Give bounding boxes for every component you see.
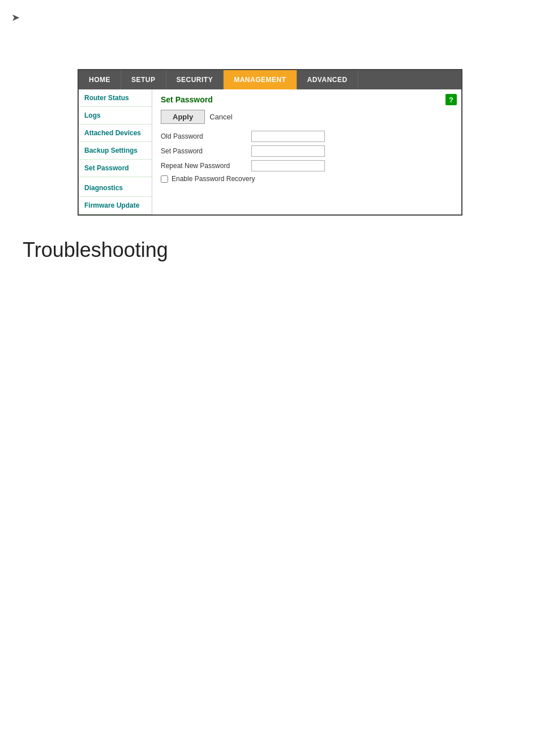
nav-item-setup[interactable]: SETUP	[121, 70, 166, 89]
form-row-old-password: Old Password	[161, 131, 453, 142]
apply-button[interactable]: Apply	[161, 110, 205, 124]
nav-item-security[interactable]: SECURITY	[166, 70, 224, 89]
form-row-repeat-password: Repeat New Password	[161, 160, 453, 171]
sidebar-item-firmware-update[interactable]: Firmware Update	[79, 197, 152, 214]
troubleshooting-heading: Troubleshooting	[23, 238, 529, 262]
form-area: Old Password Set Password Repeat New Pas…	[161, 131, 453, 183]
sidebar-item-diagnostics[interactable]: Diagnostics	[79, 179, 152, 197]
nav-item-home[interactable]: HOME	[79, 70, 121, 89]
cancel-button[interactable]: Cancel	[209, 113, 232, 121]
old-password-input[interactable]	[251, 131, 325, 142]
repeat-password-label: Repeat New Password	[161, 162, 251, 170]
sidebar-item-attached-devices[interactable]: Attached Devices	[79, 124, 152, 142]
sidebar-item-logs[interactable]: Logs	[79, 107, 152, 124]
set-password-label: Set Password	[161, 147, 251, 155]
enable-password-recovery-checkbox[interactable]	[161, 175, 168, 183]
content-panel: ? Set Password Apply Cancel Old Password…	[152, 89, 461, 214]
nav-item-advanced[interactable]: ADVANCED	[297, 70, 358, 89]
help-icon[interactable]: ?	[445, 94, 457, 105]
sidebar-item-backup-settings[interactable]: Backup Settings	[79, 142, 152, 160]
form-row-set-password: Set Password	[161, 145, 453, 157]
old-password-label: Old Password	[161, 132, 251, 140]
arrow-icon: ➤	[11, 11, 529, 24]
checkbox-row: Enable Password Recovery	[161, 175, 453, 183]
set-password-input[interactable]	[251, 145, 325, 157]
repeat-password-input[interactable]	[251, 160, 325, 171]
sidebar: Router Status Logs Attached Devices Back…	[79, 89, 152, 214]
nav-item-management[interactable]: MANAGEMENT	[224, 70, 297, 89]
action-bar: Apply Cancel	[161, 110, 453, 124]
nav-bar: HOME SETUP SECURITY MANAGEMENT ADVANCED	[79, 70, 461, 89]
enable-password-recovery-label: Enable Password Recovery	[172, 175, 255, 183]
router-ui: HOME SETUP SECURITY MANAGEMENT ADVANCED …	[78, 69, 462, 216]
main-content: Router Status Logs Attached Devices Back…	[79, 89, 461, 214]
sidebar-item-router-status[interactable]: Router Status	[79, 89, 152, 107]
sidebar-item-set-password[interactable]: Set Password	[79, 160, 152, 177]
panel-title: Set Password	[161, 95, 453, 104]
